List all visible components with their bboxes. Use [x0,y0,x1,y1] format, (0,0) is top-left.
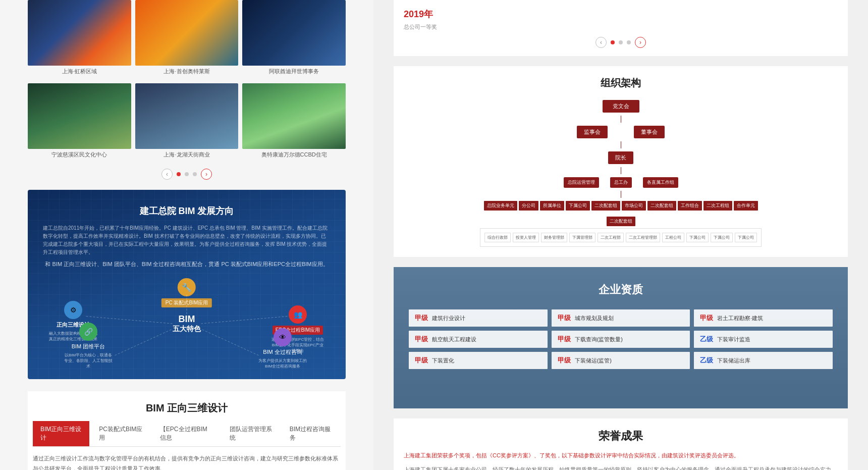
tab-pc[interactable]: PC装配式BIM应用 [91,421,150,446]
bim-subtitle: 和 BIM 正向三维设计、BIM 团队平台、BIM 全过程咨询相互配合，贯通 P… [43,260,331,268]
bim-node-icon-bl: 🔗 [79,323,97,341]
org-title: 组织架构 [404,76,838,90]
gallery-thumb-2 [135,0,239,66]
org-l5-9: 二次工程组 [703,201,732,211]
org-d-5: 二次工程部 [598,233,624,242]
org-box-dangweihui: 党文会 [603,100,639,113]
gallery-item-6[interactable]: 奥特康迪万尔德CCBD住宅 [242,83,346,163]
org-l5-10: 合作单元 [734,201,758,211]
gallery-caption-1: 上海·虹桥区域 [28,68,131,75]
qual-3: 甲级 岩土工程勘察·建筑 [694,309,833,327]
bim-node-icon-left: ⚙ [64,301,82,319]
org-l5-7: 二次配套组 [647,201,676,211]
gallery-caption-5: 上海·龙湖天街商业 [135,151,239,159]
gallery-row-1: 上海·虹桥区域 上海·首创奥特莱斯 阿联酋迪拜世博事务 [28,0,346,79]
qual-level-2: 甲级 [558,314,571,323]
gallery-caption-6: 奥特康迪万尔德CCBD住宅 [242,151,346,159]
qual-level-6: 乙级 [700,335,713,344]
gallery-item-2[interactable]: 上海·首创奥特莱斯 [135,0,239,79]
bim-label-pc: PC 装配式BIM应用 [161,298,212,307]
bim-title: 建工总院 BIM 发展方向 [43,205,331,217]
gallery-item-3[interactable]: 阿联酋迪拜世博事务 [242,0,346,79]
org-box-dongshihui: 董事会 [634,126,665,138]
org-detail-container: 二次配套组 综合行政部 投资人管理 财务管理部 下属管理部 二次工程部 二次工程… [480,217,762,247]
honor-red-text: 上海建工集团荣获多个奖项，包括《CC奖参评方案》、了奖包，以下基础参数设计评审中… [404,451,838,461]
page-dot-2[interactable] [185,172,189,176]
qual-name-6: 下装审计监造 [717,336,750,343]
gallery-pagination: ‹ › [28,169,346,180]
honor-desc: 上海建工集团下属十多家专业公司，经历了数十年的发展历程，始终贯彻质量第一的经营原… [404,465,838,470]
org-d-3: 财务管理部 [541,233,567,242]
org-d-6: 二次工程管理部 [626,233,660,242]
gallery-thumb-6 [242,83,346,149]
gallery-item-4[interactable]: 宁波慈溪区民文化中心 [28,83,131,163]
org-level-1: 党文会 [603,100,639,113]
bim-platform-desc: 以BIM平台为核心，联通各专业、各阶段、人工智能技术 [63,352,114,369]
org-detail-main: 二次配套组 [607,217,635,226]
svg-line-3 [115,329,173,355]
qual-level-7: 甲级 [415,356,428,365]
gallery-item-5[interactable]: 上海·龙湖天街商业 [135,83,239,163]
org-box-yuanzhang: 院长 [608,151,633,164]
org-d-10: 下属公司 [735,233,757,242]
qual-level-5: 甲级 [558,335,571,344]
org-connector-4 [621,191,621,198]
bim-center-sub: 五大特色 [173,325,201,334]
year-dot-2[interactable] [619,40,623,44]
org-level-5-detail: 二次配套组 [480,217,762,226]
tab-consult[interactable]: BIM过程咨询服务 [282,421,339,446]
bim-description: 建工总院自2011年开始，已积累了十年BIM应用经验。PC 建筑设计、EPC 总… [43,224,331,256]
bim-node-icon-br: 👁 [274,328,292,346]
page-dot-1[interactable] [177,172,181,176]
tab-content: 通过正向三维设计工作流与数字化管理平台的有机结合，提供有竞争力的正向三维设计咨询… [33,454,341,470]
year-pagination: ‹ › [404,37,838,48]
gallery-thumb-3 [242,0,346,66]
org-level-3: 院长 [608,151,633,164]
bim-forward-section: BIM 正向三维设计 BIM正向三维设计 PC装配式BIM应用 【EPC全过程B… [28,391,346,470]
org-detail-expanded: 综合行政部 投资人管理 财务管理部 下属管理部 二次工程部 二次工程管理部 工程… [480,228,762,247]
year-prev[interactable]: ‹ [595,37,607,48]
bim-label-platform: BIM 团维平台 [72,343,105,350]
org-d-2: 投资人管理 [513,233,539,242]
org-d-8: 下属公司 [686,233,709,242]
qual-8: 甲级 下装储运(监管) [552,352,690,369]
qual-name-8: 下装储运(监管) [575,357,612,364]
org-box-yunying: 总院运营管理 [564,177,599,188]
org-chart: 党文会 监事会 董事会 院长 总院运营管理 [404,100,838,247]
svg-line-2 [201,329,259,355]
forward-title: BIM 正向三维设计 [33,401,341,415]
right-column: 2019年 总公司一等奖 ‹ › 组织架构 党文会 [373,0,868,470]
bim-consult-desc: 为客户提供从方案到竣工的BIM全过程咨询服务 [255,358,310,369]
prev-arrow[interactable]: ‹ [161,169,173,180]
tab-bim-forward[interactable]: BIM正向三维设计 [33,421,89,446]
tab-epc[interactable]: 【EPC全过程BIM信息 [152,421,220,446]
year-next[interactable]: › [635,37,646,48]
qual-name-5: 下载查询(监管数量) [575,336,623,343]
qual-4: 甲级 航空航天工程建设 [409,331,548,348]
gallery-thumb-4 [28,83,131,149]
org-d-7: 工程公司 [662,233,684,242]
org-level-5: 总院业务单元 分公司 所属单位 下属公司 二次配套组 市场公司 二次配套组 工作… [484,201,758,211]
tab-team[interactable]: 团队运营管理系统 [222,421,280,446]
gallery-row-2: 宁波慈溪区民文化中心 上海·龙湖天街商业 奥特康迪万尔德CCBD住宅 [28,83,346,163]
org-level-2: 监事会 董事会 [577,126,665,138]
org-detail-items: 综合行政部 投资人管理 财务管理部 下属管理部 二次工程部 二次工程管理部 工程… [484,233,757,242]
org-box-zonggongban: 总工办 [610,177,632,188]
qual-1: 甲级 建筑行业设计 [409,309,548,327]
bim-center: BIM 五大特色 [173,314,201,334]
year-dot-1[interactable] [611,40,615,44]
next-arrow[interactable]: › [201,169,212,180]
gallery-item-1[interactable]: 上海·虹桥区域 [28,0,131,79]
bim-diagram: 🔧 PC 装配式BIM应用 👥 EPC全过程BIM应用 通过对人员的EPC管控，… [43,278,331,369]
qual-name-3: 岩土工程勘察·建筑 [717,315,763,322]
page-dot-3[interactable] [193,172,197,176]
honor-title: 荣誉成果 [404,429,838,444]
org-l5-1: 总院业务单元 [484,201,517,211]
org-l5-6: 市场公司 [622,201,646,211]
org-box-jianshihui: 监事会 [577,126,608,138]
left-column: 上海·虹桥区域 上海·首创奥特莱斯 阿联酋迪拜世博事务 宁波慈溪区民文化中心 上… [0,0,373,470]
year-dot-3[interactable] [627,40,631,44]
org-d-4: 下属管理部 [569,233,595,242]
gallery-caption-4: 宁波慈溪区民文化中心 [28,151,131,159]
qual-2: 甲级 城市规划及规划 [552,309,690,327]
